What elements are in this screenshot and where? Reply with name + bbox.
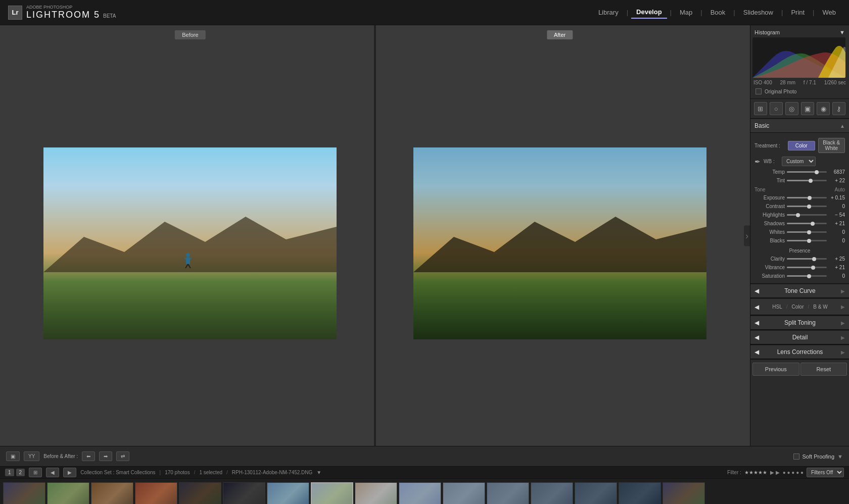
eyedropper-icon[interactable]: ✒: [754, 158, 761, 166]
film-thumb-11[interactable]: [443, 482, 485, 504]
film-thumb-8[interactable]: •••: [311, 482, 353, 504]
before-after-right[interactable]: ➡: [99, 451, 112, 461]
logo-area: Lr ADOBE PHOTOSHOP LIGHTROOM 5 BETA: [8, 5, 116, 20]
expand-arrow[interactable]: ›: [744, 225, 750, 246]
film-thumb-3[interactable]: ▣: [91, 482, 133, 504]
hsl-link[interactable]: HSL: [772, 304, 782, 310]
split-toning-label: ◀: [754, 319, 759, 326]
filter-dropdown[interactable]: Filters Off: [807, 468, 844, 477]
exposure-track[interactable]: [787, 197, 827, 198]
before-after-toggle[interactable]: YY: [24, 451, 39, 461]
original-photo-checkbox[interactable]: [756, 88, 762, 94]
detail-header[interactable]: ◀ Detail ▶: [750, 330, 849, 344]
nav-library[interactable]: Library: [593, 7, 624, 18]
spot-tool-btn[interactable]: ◎: [785, 102, 798, 115]
whites-track[interactable]: [787, 231, 827, 233]
hsl-header[interactable]: ◀ HSL / Color / B & W ▶: [750, 298, 849, 315]
film-thumb-7[interactable]: ▣: [267, 482, 309, 504]
tone-auto-btn[interactable]: Auto: [834, 187, 845, 192]
hsl-arrow: ▶: [841, 304, 845, 310]
before-after-left[interactable]: ⬅: [82, 451, 95, 461]
temp-track[interactable]: [787, 171, 827, 173]
tint-track[interactable]: [787, 180, 827, 181]
grid-view-btn[interactable]: ⊞: [29, 468, 42, 477]
page-numbers: 1 2: [5, 469, 25, 476]
highlights-track[interactable]: [787, 214, 827, 216]
shadows-track[interactable]: [787, 223, 827, 224]
before-panel: Before: [7, 25, 374, 446]
clarity-label: Clarity: [754, 256, 785, 262]
film-thumb-15[interactable]: [619, 482, 661, 504]
saturation-track[interactable]: [787, 275, 827, 277]
histogram-menu[interactable]: ▼: [839, 29, 845, 35]
prev-reset-row: Previous Reset: [750, 359, 849, 379]
split-toning-header[interactable]: ◀ Split Toning ▶: [750, 316, 849, 330]
filter-area: Filter : ★★★★★ ▶ ▶ ● ● ● ● ● Filters Off: [727, 468, 844, 477]
film-thumb-1[interactable]: ★★★★★: [3, 482, 45, 504]
color-treatment-btn[interactable]: Color: [788, 141, 815, 150]
page-1[interactable]: 1: [5, 469, 14, 476]
nav-develop[interactable]: Develop: [631, 6, 667, 19]
filename-dropdown[interactable]: ▼: [316, 470, 321, 475]
redeye-tool-btn[interactable]: ▣: [801, 102, 814, 115]
bw-link[interactable]: B & W: [813, 304, 827, 310]
soft-proofing-row: Soft Proofing ▼: [793, 453, 843, 460]
tone-subsection: Tone Auto: [754, 185, 845, 193]
nav-map[interactable]: Map: [675, 7, 697, 18]
temp-slider-row: Temp 6837: [754, 168, 845, 176]
contrast-track[interactable]: [787, 206, 827, 207]
film-thumb-16[interactable]: [663, 482, 705, 504]
nav-web[interactable]: Web: [818, 7, 841, 18]
film-thumb-9[interactable]: ▣: [355, 482, 397, 504]
contrast-value: 0: [829, 204, 845, 209]
bw-treatment-btn[interactable]: Black & White: [818, 138, 845, 153]
color-link[interactable]: Color: [792, 304, 804, 310]
next-film-btn[interactable]: ▶: [63, 468, 76, 477]
page-2[interactable]: 2: [16, 469, 25, 476]
blacks-track[interactable]: [787, 240, 827, 241]
basic-toggle[interactable]: ▲: [840, 123, 845, 129]
toolbar-dropdown-arrow[interactable]: ▼: [837, 453, 843, 460]
photo-area: Before: [0, 25, 750, 446]
film-thumb-13[interactable]: [531, 482, 573, 504]
contrast-label: Contrast: [754, 204, 785, 209]
prev-film-btn[interactable]: ◀: [46, 468, 59, 477]
treatment-label: Treatment :: [754, 143, 785, 148]
nav-book[interactable]: Book: [705, 7, 731, 18]
film-thumb-14[interactable]: [575, 482, 617, 504]
reset-button[interactable]: Reset: [800, 363, 847, 376]
presence-label: Presence: [754, 245, 845, 255]
right-panel: Histogram ▼ ISO 400: [750, 25, 849, 446]
soft-proofing-checkbox[interactable]: [793, 453, 799, 460]
crop-tool-btn[interactable]: ○: [770, 102, 783, 115]
previous-button[interactable]: Previous: [752, 363, 799, 376]
film-thumb-5[interactable]: ★★★★★ ▣: [179, 482, 221, 504]
histogram-canvas: [752, 37, 845, 78]
vibrance-track[interactable]: [787, 267, 827, 268]
grid-tool-btn[interactable]: ⊞: [754, 102, 767, 115]
after-label[interactable]: After: [547, 30, 573, 39]
before-after-swap[interactable]: ⇄: [116, 451, 129, 461]
film-thumb-2[interactable]: ★★ ▣: [47, 482, 89, 504]
whites-value: 0: [829, 229, 845, 235]
film-thumb-6[interactable]: ▣: [223, 482, 265, 504]
split-toning-section: ◀ Split Toning ▶: [750, 315, 849, 330]
wb-dropdown[interactable]: Custom As Shot Auto Daylight Cloudy: [782, 157, 816, 166]
film-thumb-12[interactable]: ▣: [487, 482, 529, 504]
view-mode-btn[interactable]: ▣: [6, 451, 20, 461]
soft-proofing-label: Soft Proofing: [803, 453, 835, 460]
clarity-track[interactable]: [787, 258, 827, 260]
radial-tool-btn[interactable]: ◉: [817, 102, 830, 115]
nav-print[interactable]: Print: [786, 7, 810, 18]
basic-section-header[interactable]: Basic ▲: [750, 119, 849, 133]
tone-curve-header[interactable]: ◀ Tone Curve ▶: [750, 284, 849, 298]
tone-curve-arrow: ▶: [841, 288, 845, 294]
film-thumb-10[interactable]: [399, 482, 441, 504]
nav-slideshow[interactable]: Slideshow: [738, 7, 778, 18]
hsl-tool-btn[interactable]: ⚷: [832, 102, 845, 115]
lens-corrections-header[interactable]: ◀ Lens Corrections ▶: [750, 345, 849, 359]
blacks-value: 0: [829, 238, 845, 243]
before-label[interactable]: Before: [175, 30, 205, 39]
film-thumb-4[interactable]: ▣: [135, 482, 177, 504]
lens-corrections-arrow: ▶: [841, 349, 845, 355]
